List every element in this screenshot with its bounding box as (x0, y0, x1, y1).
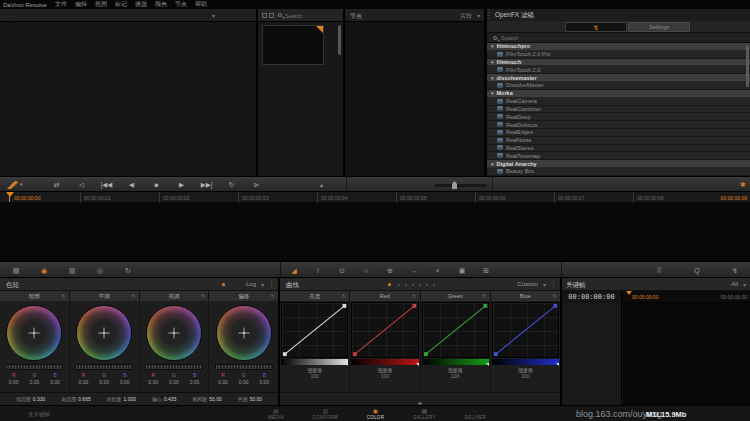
loop-icon[interactable]: ↻ (219, 177, 244, 193)
viewer-dropdown[interactable]: ▾ (212, 12, 215, 19)
stop-icon[interactable]: ■ (144, 177, 169, 193)
openfx-list-row[interactable]: ▾ Morka (487, 90, 750, 98)
gallery-search-input[interactable]: Search (285, 13, 302, 19)
menu-item[interactable]: 文件 (55, 0, 67, 9)
menu-item[interactable]: 帮助 (195, 0, 207, 9)
wheel-parameter[interactable]: 高范围 0.665 (61, 396, 91, 402)
kebab-menu-icon[interactable]: ⋮ (268, 280, 275, 288)
key-icon[interactable]: ▣ (450, 267, 474, 275)
custom-curves-icon[interactable]: / (306, 267, 330, 274)
gallery-scrollbar[interactable] (338, 25, 341, 55)
curve-mode-dropdown[interactable]: Custom (517, 281, 538, 287)
openfx-list-row[interactable]: ▾ DissolveMaster (487, 82, 750, 90)
curve-slider-value[interactable]: 100 (491, 373, 560, 379)
openfx-list-row[interactable]: ▾ Digital Anarchy (487, 160, 750, 168)
zoom-slider[interactable] (435, 184, 487, 187)
wheel-puck[interactable] (243, 332, 245, 334)
wheel-parameter[interactable]: 对比度 1.000 (107, 396, 137, 402)
gallery-still-thumbnail[interactable] (262, 25, 324, 65)
playhead-icon[interactable] (6, 192, 14, 197)
openfx-settings-tab[interactable]: Settings (628, 22, 690, 32)
blue-value[interactable]: 0.00 (259, 379, 269, 385)
openfx-list-row[interactable]: ▾ FilmTouch 2.0 Pro (487, 51, 750, 59)
camera-raw-icon[interactable]: ▤ (2, 267, 30, 275)
play-icon[interactable]: ▶ (169, 177, 194, 193)
red-value[interactable]: 0.00 (218, 379, 228, 385)
menu-item[interactable]: 视图 (95, 0, 107, 9)
audio-icon[interactable]: ◁ (69, 177, 94, 193)
openfx-list-row[interactable]: ▾ filmtouch (487, 59, 750, 67)
openfx-list-row[interactable]: ▾ RealStereo (487, 145, 750, 153)
blue-value[interactable]: 0.00 (50, 379, 60, 385)
parameter-value[interactable]: 1.000 (124, 396, 137, 402)
reset-icon[interactable]: ↻ (271, 293, 275, 299)
parameter-value[interactable]: 0.330 (33, 396, 46, 402)
power-window-icon[interactable]: ○ (354, 267, 378, 274)
page-color-button[interactable]: ◉ COLOR (367, 406, 385, 421)
green-value[interactable]: 0.00 (29, 379, 39, 385)
blue-value[interactable]: 0.00 (190, 379, 200, 385)
color-wheels-icon[interactable]: ◉ (30, 267, 58, 275)
curve-slider-value[interactable]: 100 (421, 373, 490, 379)
node-mode-dropdown[interactable]: 片段 (460, 12, 472, 21)
motion-effects-icon[interactable]: ↻ (114, 267, 142, 275)
qualifier-icon[interactable]: ⊙ (330, 267, 354, 275)
lightbox-icon[interactable]: ↯ (716, 267, 750, 275)
grading-tool-icon[interactable] (7, 181, 18, 189)
openfx-list-row[interactable]: ▾ RealEdges (487, 129, 750, 137)
green-value[interactable]: 0.00 (239, 379, 249, 385)
wheel-puck[interactable] (33, 332, 35, 334)
master-wheel-slider[interactable] (75, 364, 133, 370)
green-value[interactable]: 0.00 (169, 379, 179, 385)
parameter-value[interactable]: 0.435 (164, 396, 177, 402)
chevron-down-icon[interactable]: ▾ (20, 181, 23, 187)
color-wheel[interactable] (216, 305, 272, 361)
settings-gear-icon[interactable]: ∗ (739, 180, 746, 189)
master-wheel-slider[interactable] (215, 364, 273, 370)
openfx-list-row[interactable]: ▾ RealCombiner (487, 106, 750, 114)
keyframe-filter-dropdown[interactable]: All (731, 281, 738, 287)
rgb-mixer-icon[interactable]: ◎ (86, 267, 114, 275)
reset-icon[interactable]: ↻ (553, 293, 557, 299)
reset-icon[interactable]: ↻ (62, 293, 66, 299)
menu-item[interactable]: 播放 (135, 0, 147, 9)
curve-range-slider[interactable] (281, 359, 348, 365)
page-media-button[interactable]: ▤ MEDIA (268, 406, 284, 421)
red-value[interactable]: 0.00 (79, 379, 89, 385)
motion-icon[interactable]: → (402, 267, 426, 274)
openfx-list-row[interactable]: ▾ dissolvemaster (487, 74, 750, 82)
color-wheel[interactable] (6, 305, 62, 361)
wheel-parameter[interactable]: 饱和度 50.00 (192, 396, 222, 402)
menu-item[interactable]: 编辑 (75, 0, 87, 9)
menu-item[interactable]: 标记 (115, 0, 127, 9)
curve-graph[interactable] (422, 302, 489, 358)
curve-graph[interactable] (351, 302, 418, 358)
menu-item[interactable]: 节点 (175, 0, 187, 9)
openfx-list-row[interactable]: ▾ filmtouchpro (487, 43, 750, 51)
wheel-mode-dropdown[interactable]: Log (246, 281, 256, 287)
reset-icon[interactable]: ↻ (342, 293, 346, 299)
timeline-ruler[interactable]: 00:00:00:00 00:00:00:0100:00:00:0200:00:… (0, 192, 750, 203)
master-wheel-slider[interactable] (5, 364, 63, 370)
openfx-list-row[interactable]: ▾ RealDefocus (487, 121, 750, 129)
blue-value[interactable]: 0.00 (120, 379, 130, 385)
openfx-search-input[interactable]: Search (501, 35, 518, 41)
curve-graph[interactable] (492, 302, 559, 358)
openfx-list-row[interactable]: ▾ RealDeep (487, 113, 750, 121)
curves-icon[interactable]: ◢ (282, 267, 306, 275)
openfx-library-tab[interactable]: ↯ (565, 22, 627, 32)
page-conform-button[interactable]: ▥ CONFORM (313, 406, 338, 421)
openfx-list-row[interactable]: ▾ RealCamera (487, 98, 750, 106)
grid-view-icon[interactable]: ⠿ (640, 267, 678, 275)
page-gallery-button[interactable]: ▦ GALLERY (413, 406, 436, 421)
sizing-icon[interactable]: ⊞ (474, 267, 498, 275)
gallery-list-icon[interactable] (269, 13, 274, 18)
reset-icon[interactable]: ↻ (201, 293, 205, 299)
first-frame-icon[interactable]: |◀◀ (94, 177, 119, 193)
blur-icon[interactable]: ◐ (426, 267, 450, 274)
wheel-puck[interactable] (173, 332, 175, 334)
openfx-list-row[interactable]: ▾ FilmTouch 2.0 (487, 66, 750, 74)
openfx-list-row[interactable]: ▾ Beauty Box (487, 168, 750, 176)
curve-range-slider[interactable] (351, 359, 418, 365)
openfx-scrollbar[interactable] (746, 45, 749, 87)
